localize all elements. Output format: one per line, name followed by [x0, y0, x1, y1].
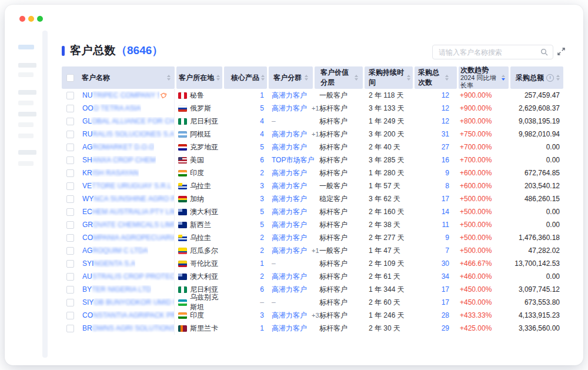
row-checkbox[interactable]: [66, 273, 74, 281]
customer-name-link[interactable]: GLOBAL ALLIANCE FOR CHEMICA...: [82, 117, 174, 125]
core-products-count[interactable]: 1: [224, 322, 267, 335]
customer-name-link[interactable]: BYTER NIGERIA LTD: [82, 285, 151, 294]
sidebar-skeleton-item[interactable]: [18, 72, 34, 77]
purchase-total-count[interactable]: 17: [415, 296, 457, 309]
core-products-count[interactable]: 4: [224, 115, 267, 128]
purchase-total-count[interactable]: 34: [415, 270, 457, 283]
core-products-count[interactable]: 2: [224, 270, 267, 283]
zoom-window-button[interactable]: [37, 16, 43, 22]
column-header-trend[interactable]: 次数趋势 2024 同比增长率: [459, 66, 509, 89]
segment-link[interactable]: 高潜力客户: [272, 233, 307, 243]
purchase-total-count[interactable]: 16: [415, 154, 457, 166]
segment-link[interactable]: 高潜力客户: [272, 142, 307, 152]
customer-name-link[interactable]: SIYOB BUNYODKOR UMID FERMERX...: [82, 298, 174, 306]
sidebar-skeleton-item[interactable]: [18, 161, 34, 166]
core-products-count[interactable]: 2: [224, 244, 267, 257]
column-header-customer-name[interactable]: 客户名称: [62, 66, 175, 89]
customer-name-link[interactable]: NUTRIPEC COMPANY S.A.C: [82, 91, 159, 99]
segment-link[interactable]: –: [272, 117, 276, 125]
customer-name-link[interactable]: COMPANIA AGROPECUARIA AGROR...: [82, 234, 174, 242]
search-input[interactable]: [437, 48, 540, 57]
core-products-count[interactable]: 3: [224, 179, 267, 192]
sort-icon[interactable]: [305, 75, 308, 81]
sort-icon[interactable]: [261, 75, 265, 81]
column-header-total-count[interactable]: 采购总次数: [415, 66, 457, 89]
column-header-segment[interactable]: 客户分群: [269, 66, 313, 89]
segment-link[interactable]: 高潜力客户: [272, 207, 307, 217]
purchase-total-count[interactable]: 17: [415, 283, 457, 296]
core-products-count[interactable]: 2: [224, 166, 267, 179]
customer-name-link[interactable]: ECHEM AUSTRALIA PTY LIMITED: [82, 208, 174, 216]
customer-name-link[interactable]: WYNCA SUNSHINE AGRO PRODU...: [82, 195, 174, 203]
customer-name-link[interactable]: GROVATE CHEMICALS LIMITED: [82, 221, 174, 229]
select-all-checkbox[interactable]: [66, 74, 74, 82]
core-products-count[interactable]: 1: [224, 257, 267, 270]
row-checkbox[interactable]: [66, 118, 74, 125]
row-checkbox[interactable]: [66, 247, 74, 255]
row-checkbox[interactable]: [66, 195, 74, 203]
purchase-total-count[interactable]: 7: [415, 244, 457, 257]
purchase-total-count[interactable]: 9: [415, 166, 457, 179]
segment-link[interactable]: –: [272, 298, 276, 306]
core-products-count[interactable]: 3: [224, 192, 267, 205]
segment-link[interactable]: 高潜力客户: [272, 220, 307, 230]
row-checkbox[interactable]: [66, 156, 74, 164]
sort-icon[interactable]: [216, 75, 220, 81]
customer-name-link[interactable]: BROWNS AGRI SOLUTIONS PVT LTD: [82, 324, 174, 332]
customer-name-link[interactable]: SHANXA CROP CHEM: [82, 156, 156, 164]
close-window-button[interactable]: [19, 16, 25, 22]
column-header-total-amount[interactable]: 采购总额 i: [510, 66, 563, 89]
row-checkbox[interactable]: [66, 208, 74, 216]
purchase-total-count[interactable]: 8: [415, 179, 457, 192]
core-products-count[interactable]: 4: [224, 128, 267, 141]
column-header-location[interactable]: 客户所在地: [176, 66, 222, 89]
sidebar-skeleton-item[interactable]: [18, 90, 36, 95]
segment-link[interactable]: 高潜力客户: [272, 129, 307, 139]
customer-name-link[interactable]: OOO TETRA ASIA: [82, 104, 141, 112]
purchase-total-count[interactable]: 28: [415, 309, 457, 322]
row-checkbox[interactable]: [66, 325, 74, 332]
core-products-count[interactable]: 6: [224, 154, 267, 166]
sidebar-skeleton-item-active[interactable]: [18, 45, 34, 49]
segment-link[interactable]: –: [272, 259, 276, 268]
core-products-count[interactable]: 2: [224, 231, 267, 244]
sidebar-skeleton-item[interactable]: [18, 122, 34, 127]
row-checkbox[interactable]: [66, 312, 74, 319]
segment-link[interactable]: 高潜力客户: [272, 194, 307, 204]
segment-link[interactable]: 高潜力客户: [272, 181, 307, 191]
row-checkbox[interactable]: [66, 221, 74, 229]
segment-link[interactable]: 高潜力客户: [272, 285, 307, 295]
customer-name-link[interactable]: RURALIS SOLUCIONES S.A: [82, 130, 174, 138]
purchase-total-count[interactable]: 12: [415, 115, 457, 128]
sort-icon[interactable]: [355, 75, 358, 81]
customer-name-link[interactable]: VETTORE URUGUAY S.R.L: [82, 182, 172, 190]
purchase-total-count[interactable]: 9: [415, 231, 457, 244]
column-header-core-products[interactable]: 核心产品: [224, 66, 267, 89]
customer-name-link[interactable]: AUSTRALIS CROP PROTECTIONP...: [82, 272, 174, 281]
purchase-total-count[interactable]: 30: [415, 257, 457, 270]
info-icon[interactable]: i: [546, 74, 554, 82]
sort-icon[interactable]: [445, 75, 449, 81]
column-header-value-tier[interactable]: 客户价值分层: [315, 66, 363, 89]
purchase-total-count[interactable]: 31: [415, 128, 457, 141]
purchase-total-count[interactable]: 27: [415, 141, 457, 154]
row-checkbox[interactable]: [66, 169, 74, 177]
row-checkbox[interactable]: [66, 234, 74, 242]
segment-link[interactable]: 高潜力客户: [272, 104, 307, 114]
row-checkbox[interactable]: [66, 131, 74, 138]
row-checkbox[interactable]: [66, 260, 74, 268]
segment-link[interactable]: 高潜力客户: [272, 91, 307, 101]
core-products-count[interactable]: 6: [224, 283, 267, 296]
purchase-total-count[interactable]: 12: [415, 89, 457, 102]
purchase-total-count[interactable]: 17: [415, 192, 457, 205]
search-icon[interactable]: [540, 48, 548, 56]
core-products-count[interactable]: 5: [224, 205, 267, 218]
sort-icon-active[interactable]: [502, 75, 505, 81]
sidebar-skeleton-item[interactable]: [18, 101, 34, 105]
customer-name-link[interactable]: AGROMARKET D.O.O: [82, 143, 154, 151]
core-products-count[interactable]: 1: [224, 89, 267, 102]
core-products-count[interactable]: 5: [224, 218, 267, 231]
row-checkbox[interactable]: [66, 144, 74, 151]
row-checkbox[interactable]: [66, 105, 74, 112]
core-products-count[interactable]: 5: [224, 141, 267, 154]
